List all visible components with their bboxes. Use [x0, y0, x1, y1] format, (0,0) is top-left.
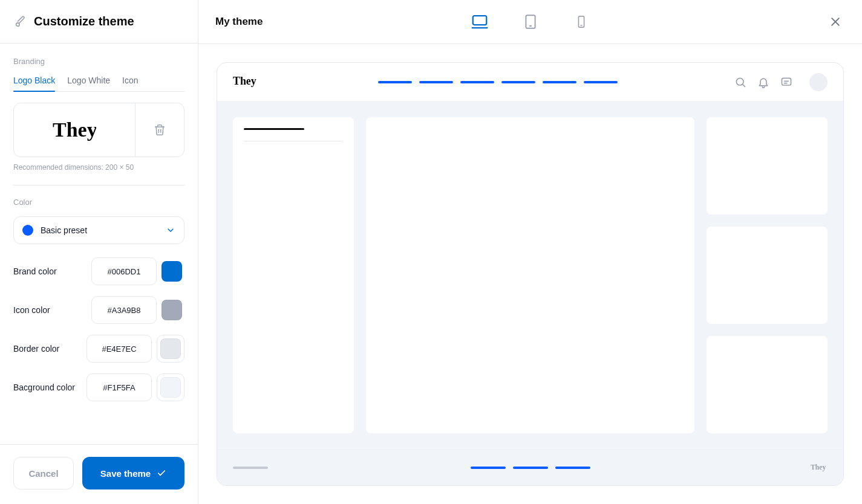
main: My theme: [198, 0, 862, 504]
preview-card: [707, 117, 828, 215]
sidebar-header: Customize theme: [0, 0, 198, 44]
brush-icon: [13, 15, 27, 28]
close-icon: [829, 16, 841, 28]
sidebar-content: Branding Logo Black Logo White Icon They…: [0, 44, 198, 444]
footer-placeholder: [233, 467, 268, 469]
message-icon: [780, 76, 792, 88]
cancel-label: Cancel: [28, 468, 58, 479]
sidebar: Customize theme Branding Logo Black Logo…: [0, 0, 198, 504]
tab-logo-white[interactable]: Logo White: [67, 76, 110, 91]
save-label: Save theme: [100, 468, 151, 479]
device-tablet-button[interactable]: [520, 11, 541, 33]
preview-frame: They: [217, 62, 844, 486]
swatch-brand[interactable]: [162, 261, 182, 282]
nav-placeholder: [378, 81, 412, 83]
color-label-brand: Brand color: [13, 267, 91, 276]
svg-text:They: They: [233, 75, 256, 87]
trash-icon: [154, 124, 166, 136]
color-input-icon[interactable]: #A3A9B8: [91, 296, 157, 324]
tablet-icon: [523, 13, 538, 31]
preview-footer: They: [217, 449, 843, 485]
preview-logo: They: [233, 73, 261, 91]
nav-placeholder: [543, 81, 576, 83]
device-mobile-button[interactable]: [570, 11, 592, 33]
cancel-button[interactable]: Cancel: [13, 457, 74, 489]
sidebar-footer: Cancel Save theme: [0, 444, 198, 504]
nav-placeholder: [501, 81, 535, 83]
avatar: [809, 73, 828, 91]
preview-body: [217, 102, 843, 449]
search-icon: [734, 76, 746, 88]
nav-placeholder: [584, 81, 618, 83]
preset-label: Basic preset: [41, 225, 87, 235]
svg-text:They: They: [811, 464, 826, 471]
swatch-background-wrap[interactable]: [157, 373, 184, 401]
swatch-border-wrap[interactable]: [157, 335, 184, 363]
chevron-down-icon: [166, 225, 175, 235]
nav-placeholder: [419, 81, 453, 83]
swatch-border: [160, 338, 181, 359]
svg-text:They: They: [53, 118, 96, 141]
color-row-background: Bacground color #F1F5FA: [13, 373, 184, 401]
color-input-brand[interactable]: #006DD1: [91, 257, 157, 285]
footer-center: [471, 467, 590, 469]
color-input-background[interactable]: #F1F5FA: [87, 373, 152, 401]
svg-line-10: [743, 84, 745, 86]
sidebar-line-placeholder: [244, 128, 304, 130]
footer-link-placeholder: [471, 467, 506, 469]
device-toggle: [469, 11, 592, 33]
preview-main-card: [366, 117, 694, 433]
color-section-label: Color: [13, 198, 184, 207]
color-label-background: Bacground color: [13, 383, 87, 392]
color-row-icon: Icon color #A3A9B8: [13, 296, 184, 324]
preview-canvas: They: [198, 44, 862, 504]
mobile-icon: [575, 13, 588, 31]
logo-upload-row: They: [13, 103, 184, 157]
color-label-border: Border color: [13, 344, 87, 354]
topbar: My theme: [198, 0, 862, 44]
nav-placeholder: [460, 81, 494, 83]
tab-icon[interactable]: Icon: [122, 76, 138, 91]
device-desktop-button[interactable]: [469, 11, 491, 33]
sidebar-separator: [244, 141, 343, 141]
branding-tabs: Logo Black Logo White Icon: [13, 76, 184, 92]
bell-icon: [757, 76, 769, 88]
dimensions-hint: Recommended dimensions: 200 × 50: [13, 163, 184, 172]
swatch-icon[interactable]: [162, 300, 182, 320]
preview-footer-logo: They: [811, 462, 828, 473]
color-row-border: Border color #E4E7EC: [13, 335, 184, 363]
preview-header-icons: [734, 73, 828, 91]
footer-link-placeholder: [555, 467, 590, 469]
preview-card: [707, 336, 828, 433]
preview-card: [707, 227, 828, 324]
preview-header: They: [217, 63, 843, 102]
delete-logo-button[interactable]: [136, 103, 184, 157]
color-row-brand: Brand color #006DD1: [13, 257, 184, 285]
color-label-icon: Icon color: [13, 305, 91, 315]
branding-section-label: Branding: [13, 57, 184, 66]
sidebar-title: Customize theme: [34, 15, 134, 28]
tab-logo-black[interactable]: Logo Black: [13, 76, 55, 91]
swatch-background: [160, 377, 181, 398]
divider: [13, 185, 184, 186]
preset-select[interactable]: Basic preset: [13, 216, 184, 244]
svg-rect-1: [472, 16, 486, 25]
theme-name: My theme: [215, 16, 263, 28]
color-input-border[interactable]: #E4E7EC: [87, 335, 152, 363]
close-button[interactable]: [826, 12, 845, 31]
logo-preview[interactable]: They: [14, 103, 136, 157]
footer-link-placeholder: [513, 467, 548, 469]
logo-they: They: [53, 116, 96, 144]
preset-dot: [22, 225, 33, 236]
save-button[interactable]: Save theme: [82, 457, 184, 489]
check-icon: [157, 468, 166, 478]
preview-sidebar: [233, 117, 354, 433]
preview-nav: [378, 81, 618, 83]
desktop-icon: [471, 13, 489, 31]
preview-right-column: [707, 117, 828, 433]
